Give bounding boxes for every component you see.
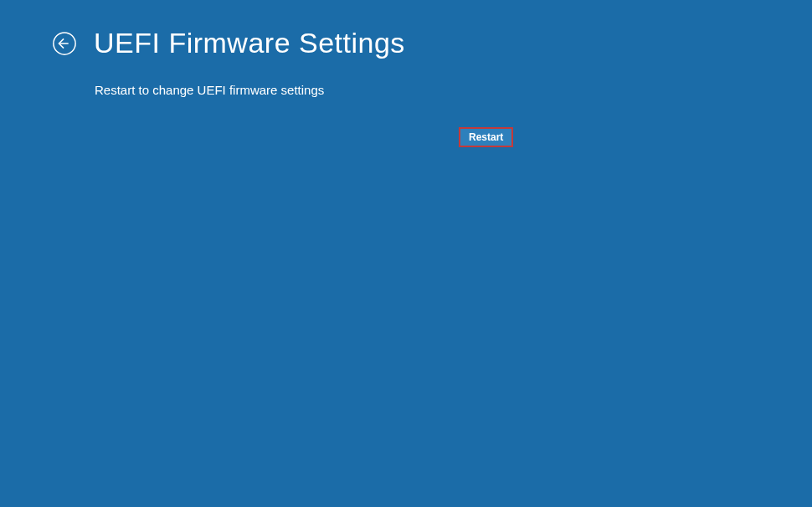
description-text: Restart to change UEFI firmware settings: [0, 59, 812, 97]
back-arrow-icon[interactable]: [52, 31, 77, 56]
page-title: UEFI Firmware Settings: [94, 27, 405, 59]
restart-button[interactable]: Restart: [459, 127, 513, 147]
header: UEFI Firmware Settings: [0, 0, 812, 59]
